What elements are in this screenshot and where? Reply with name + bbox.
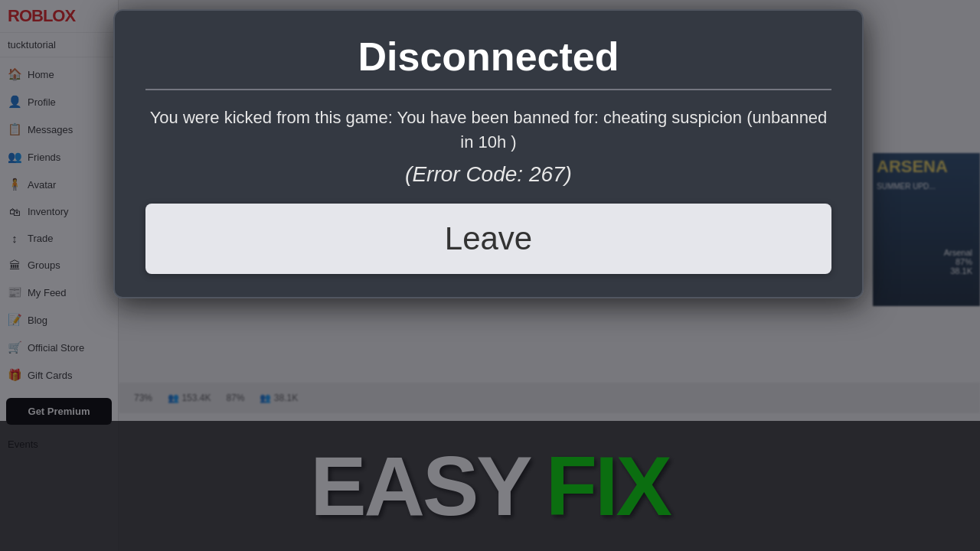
dialog-message: You were kicked from this game: You have… — [145, 106, 831, 155]
disconnected-dialog: Disconnected You were kicked from this g… — [113, 9, 864, 298]
dialog-error-code: (Error Code: 267) — [145, 162, 831, 187]
dialog-divider — [145, 89, 831, 90]
leave-button[interactable]: Leave — [145, 204, 831, 274]
dialog-title: Disconnected — [145, 34, 831, 80]
